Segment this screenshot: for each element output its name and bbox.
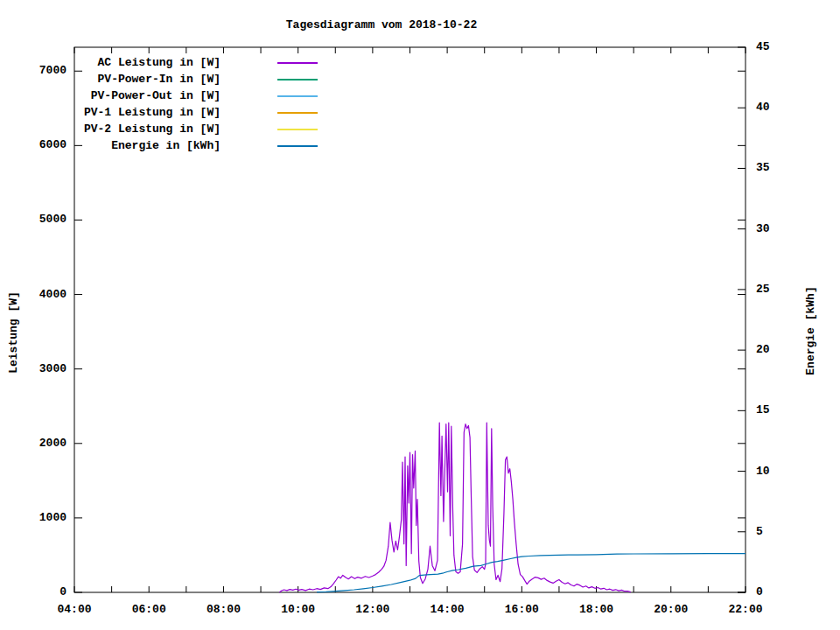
y2-tick-label: 15 [756, 404, 794, 416]
y-tick-label: 2000 [28, 438, 66, 450]
x-tick-label: 14:00 [421, 604, 473, 616]
x-tick-label: 20:00 [645, 604, 697, 616]
legend-entry-energie: Energie in [kWh] [83, 137, 318, 154]
y-tick-label: 6000 [28, 139, 66, 151]
series-ac-leistung-line [279, 423, 630, 592]
legend-entry-pv-power-out: PV-Power-Out in [W] [83, 88, 318, 104]
y-tick-label: 7000 [28, 65, 66, 77]
legend-color-line [277, 95, 318, 97]
y-tick-label: 1000 [28, 512, 66, 524]
x-tick-label: 08:00 [197, 604, 249, 616]
y2-tick-label: 40 [756, 102, 794, 114]
y2-tick-label: 20 [756, 344, 794, 356]
legend-color-line [277, 62, 318, 64]
legend-entry-pv-1-leistung: PV-1 Leistung in [W] [83, 104, 318, 121]
x-tick-label: 04:00 [48, 604, 101, 616]
legend-entry-pv-power-in: PV-Power-In in [W] [83, 71, 318, 88]
legend-color-line [277, 79, 318, 80]
y2-tick-label: 45 [756, 41, 794, 53]
y2-tick-label: 5 [756, 526, 794, 538]
y2-tick-label: 30 [756, 223, 794, 235]
y-tick-label: 0 [28, 586, 66, 598]
x-tick-label: 18:00 [570, 604, 623, 616]
y2-tick-label: 25 [756, 284, 794, 296]
y-tick-label: 5000 [28, 214, 66, 226]
y2-tick-label: 0 [756, 586, 794, 598]
legend-color-line [277, 129, 318, 130]
x-tick-label: 22:00 [719, 604, 772, 616]
y2-tick-label: 35 [756, 162, 794, 174]
chart-canvas: Tagesdiagramm vom 2018-10-22 Leistung [W… [0, 0, 840, 630]
legend: AC Leistung in [W]PV-Power-In in [W]PV-P… [83, 54, 318, 154]
legend-label: PV-Power-In in [W] [83, 73, 220, 86]
y2-tick-label: 10 [756, 466, 794, 478]
y-tick-label: 4000 [28, 289, 66, 301]
series-energie-line [317, 554, 746, 592]
x-tick-label: 06:00 [122, 604, 175, 616]
legend-label: PV-Power-Out in [W] [83, 89, 220, 102]
legend-label: AC Leistung in [W] [83, 56, 220, 69]
x-tick-label: 12:00 [346, 604, 399, 616]
legend-label: PV-2 Leistung in [W] [83, 122, 220, 136]
legend-color-line [277, 112, 318, 114]
legend-label: Energie in [kWh] [83, 139, 220, 152]
legend-label: PV-1 Leistung in [W] [83, 106, 220, 119]
x-tick-label: 16:00 [495, 604, 548, 616]
x-tick-label: 10:00 [272, 604, 325, 616]
legend-entry-ac-leistung: AC Leistung in [W] [83, 54, 318, 71]
legend-color-line [277, 145, 318, 147]
y-tick-label: 3000 [28, 363, 66, 375]
legend-entry-pv-2-leistung: PV-2 Leistung in [W] [83, 121, 318, 137]
